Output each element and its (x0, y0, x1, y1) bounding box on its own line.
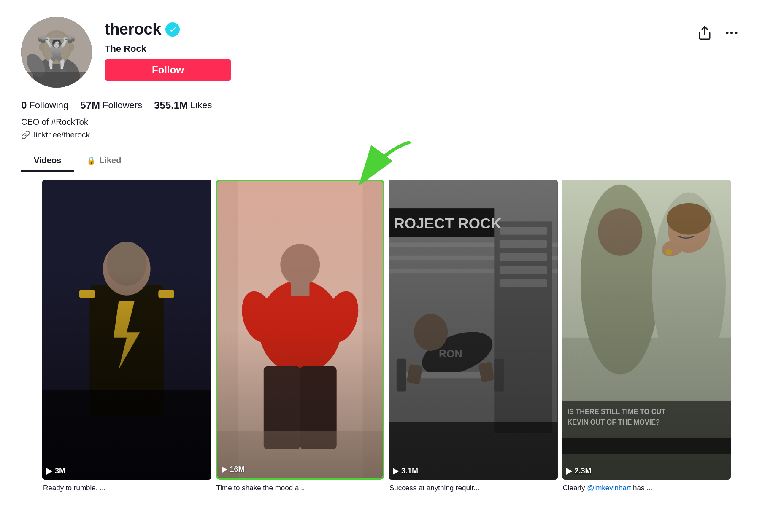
profile-page: therock The Rock Follow 0 Following (0, 0, 773, 506)
play-icon-2 (222, 466, 227, 473)
svg-rect-39 (362, 181, 383, 478)
svg-point-13 (59, 43, 64, 47)
svg-point-16 (39, 43, 45, 51)
svg-rect-27 (42, 390, 211, 480)
svg-point-9 (41, 30, 72, 64)
more-options-button[interactable] (724, 25, 739, 40)
verified-badge (165, 22, 180, 37)
video-card-4[interactable]: IS THERE STILL TIME TO CUT KEVIN OUT OF … (562, 180, 731, 493)
svg-point-33 (320, 287, 364, 346)
svg-rect-51 (389, 208, 494, 237)
video-title-4: Clearly @imkevinhart has ... (562, 483, 731, 493)
svg-rect-22 (90, 285, 164, 417)
svg-point-14 (51, 43, 53, 45)
avatar (21, 17, 92, 88)
play-count-1: 3M (46, 467, 65, 476)
video-card-3[interactable]: ROJECT ROCK RON (389, 180, 558, 493)
svg-point-68 (666, 203, 711, 235)
bio: CEO of #RockTok (21, 117, 752, 127)
svg-rect-41 (389, 180, 558, 480)
followers-count: 57M (80, 99, 100, 111)
svg-rect-43 (389, 256, 558, 260)
svg-rect-62 (562, 180, 731, 480)
svg-text:RON: RON (439, 348, 462, 360)
following-stat: 0 Following (21, 99, 68, 111)
svg-rect-30 (217, 181, 383, 478)
play-icon-1 (46, 468, 52, 475)
profile-info: therock The Rock Follow (105, 17, 752, 81)
tab-videos[interactable]: Videos (21, 150, 74, 172)
followers-stat: 57M Followers (80, 99, 142, 111)
svg-rect-63 (562, 180, 731, 338)
svg-rect-57 (494, 359, 504, 392)
play-icon-4 (566, 468, 572, 475)
video-title-2: Time to shake the mood a... (216, 483, 385, 493)
video-card-2[interactable]: 16M Time to shake the mood a... (216, 180, 385, 493)
svg-point-69 (659, 236, 687, 259)
svg-rect-47 (500, 240, 547, 248)
followers-label: Followers (103, 100, 142, 111)
play-count-3: 3.1M (393, 467, 418, 476)
video-bg-3: ROJECT ROCK RON (389, 180, 558, 480)
svg-rect-44 (389, 269, 558, 273)
svg-rect-55 (405, 372, 495, 378)
video-thumbnail-2: 16M (216, 180, 385, 480)
tabs: Videos 🔒 Liked (21, 150, 752, 172)
svg-point-3 (735, 32, 738, 34)
profile-section: therock The Rock Follow 0 Following (0, 0, 773, 172)
svg-rect-8 (51, 54, 62, 64)
video-bg-4: IS THERE STILL TIME TO CUT KEVIN OUT OF … (562, 180, 731, 480)
video-card-1[interactable]: 3M Ready to rumble. ... (42, 180, 211, 493)
svg-rect-48 (500, 253, 547, 261)
video-thumbnail-1: 3M (42, 180, 211, 480)
svg-point-17 (68, 43, 74, 51)
svg-rect-42 (389, 242, 558, 247)
svg-point-28 (107, 242, 147, 286)
svg-point-65 (598, 208, 642, 256)
play-icon-3 (393, 468, 399, 475)
svg-point-67 (668, 206, 710, 253)
svg-text:KEVIN OUT OF THE MOVIE?: KEVIN OUT OF THE MOVIE? (567, 418, 660, 426)
svg-rect-21 (42, 180, 211, 480)
svg-rect-25 (158, 290, 174, 298)
svg-rect-35 (291, 280, 309, 296)
svg-text:IS THERE STILL TIME TO CUT: IS THERE STILL TIME TO CUT (567, 408, 665, 415)
svg-point-70 (665, 249, 672, 255)
username-row: therock (105, 20, 752, 38)
svg-rect-36 (263, 366, 300, 449)
play-count-4: 2.3M (566, 467, 592, 476)
svg-rect-60 (478, 362, 495, 382)
svg-rect-59 (406, 364, 422, 384)
arrow-container: 3M Ready to rumble. ... (21, 172, 752, 506)
share-button[interactable] (697, 25, 712, 40)
svg-point-1 (726, 32, 729, 34)
lock-icon: 🔒 (86, 156, 96, 165)
svg-rect-49 (500, 266, 547, 274)
svg-point-11 (52, 51, 61, 57)
stats-row: 0 Following 57M Followers 355.1M Likes (21, 99, 752, 111)
display-name: The Rock (105, 43, 752, 54)
link-icon (21, 130, 30, 140)
svg-point-64 (580, 185, 659, 375)
svg-point-2 (730, 32, 733, 34)
video-bg-1 (42, 180, 211, 480)
svg-point-15 (62, 43, 63, 45)
play-count-2: 16M (222, 465, 245, 474)
video-thumbnail-3: ROJECT ROCK RON (389, 180, 558, 480)
svg-text:ROJECT ROCK: ROJECT ROCK (394, 215, 502, 231)
follow-button[interactable]: Follow (105, 59, 231, 81)
svg-point-54 (414, 314, 448, 351)
svg-rect-29 (217, 181, 383, 478)
svg-point-31 (258, 280, 342, 374)
mention-kevinhart: @imkevinhart (587, 484, 631, 492)
following-count: 0 (21, 99, 27, 111)
svg-rect-45 (494, 221, 552, 433)
profile-link[interactable]: linktr.ee/therock (34, 130, 90, 140)
svg-rect-24 (79, 290, 95, 298)
likes-count: 355.1M (154, 99, 188, 111)
tab-liked[interactable]: 🔒 Liked (74, 150, 134, 172)
svg-point-10 (44, 32, 69, 62)
svg-rect-19 (21, 72, 92, 88)
svg-point-32 (236, 287, 280, 346)
svg-point-12 (49, 43, 54, 47)
